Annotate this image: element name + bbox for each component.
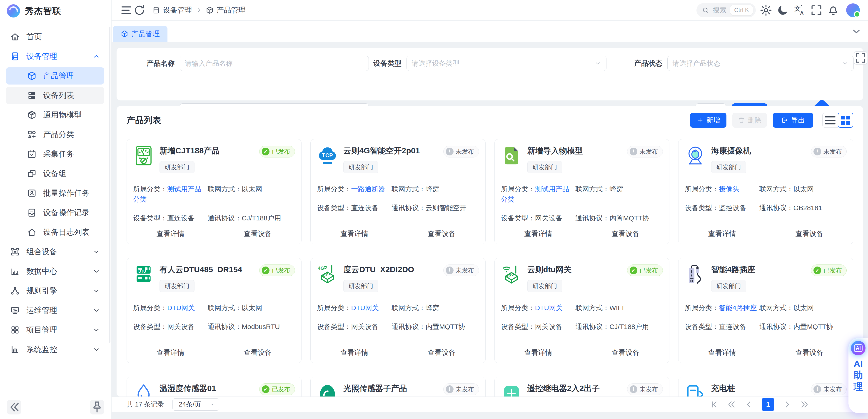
view-devices-link[interactable]: 查看设备 — [582, 342, 669, 363]
menu-toggle-button[interactable] — [120, 4, 133, 17]
sidebar-item-home[interactable]: 首页 — [6, 28, 104, 46]
category-link[interactable]: 一路通断器 — [351, 185, 385, 193]
sidebar-scrollbar[interactable] — [108, 27, 111, 343]
notifications-button[interactable] — [827, 4, 840, 17]
view-detail-link[interactable]: 查看详情 — [311, 342, 398, 363]
sidebar-pin-button[interactable] — [90, 400, 104, 415]
product-name-input[interactable] — [185, 60, 364, 67]
category-link[interactable]: DTU网关 — [167, 304, 195, 311]
exclamation-circle-icon: ! — [630, 148, 638, 155]
next-10-pages-button[interactable] — [800, 400, 809, 409]
relay-icon — [501, 383, 522, 397]
device-list-icon — [27, 90, 37, 100]
view-detail-link[interactable]: 查看详情 — [127, 342, 214, 363]
field-device-type: 设备类型：直连设备 — [317, 203, 392, 213]
status-badge: ✓已发布 — [259, 265, 295, 276]
view-devices-link[interactable]: 查看设备 — [214, 223, 301, 244]
fit-view-button[interactable] — [854, 51, 867, 64]
sidebar-item-label: 组合设备 — [26, 246, 57, 257]
topbar-actions: 搜索 Ctrl K 文A — [696, 3, 860, 17]
sidebar-item-label: 项目管理 — [26, 325, 57, 335]
current-page-button[interactable]: 1 — [762, 398, 774, 411]
product-title: 充电桩 — [711, 383, 808, 394]
category-link[interactable]: DTU网关 — [535, 304, 563, 311]
sidebar-item-log-home[interactable]: 设备日志列表 — [6, 223, 104, 241]
breadcrumb-device-manage[interactable]: 设备管理 — [152, 5, 192, 15]
view-devices-link[interactable]: 查看设备 — [398, 342, 485, 363]
sidebar-item-project-grid[interactable]: 项目管理 — [6, 321, 104, 338]
view-detail-link[interactable]: 查看详情 — [495, 223, 582, 244]
sidebar-item-model-cube[interactable]: 通用物模型 — [6, 106, 104, 124]
view-devices-link[interactable]: 查看设备 — [582, 223, 669, 244]
product-card-header: 遥控继电器2入2出子 !未发布 — [501, 383, 663, 397]
sidebar-item-device-manage[interactable]: 设备管理 — [6, 48, 104, 65]
category-link[interactable]: 摄像头 — [719, 185, 739, 193]
sidebar-item-data-chart[interactable]: 数据中心 — [6, 263, 104, 280]
list-view-button[interactable] — [822, 113, 838, 128]
ai-assistant-button[interactable]: AI AI 助 理 — [848, 338, 868, 413]
sidebar-item-rule-nodes[interactable]: 规则引擎 — [6, 282, 104, 299]
field-network: 联网方式：蜂窝 — [392, 184, 479, 194]
page-size-value: 24条/页 — [179, 400, 201, 409]
brand[interactable]: 秀杰智联 — [0, 0, 111, 22]
product-fields: 所属分类：一路通断器 联网方式：蜂窝 设备类型：直连设备 通讯协议：云则智能空开 — [317, 184, 479, 213]
device-group-icon — [27, 169, 37, 179]
product-card-footer: 查看详情 查看设备 — [311, 223, 485, 244]
breadcrumb-product-manage[interactable]: 产品管理 — [206, 5, 246, 15]
product-card-header: 智能4路插座 ✓已发布 研发部门 — [685, 264, 847, 292]
tab-options-button[interactable] — [851, 26, 862, 37]
sidebar-item-device-group[interactable]: 设备组 — [6, 165, 104, 182]
category-link[interactable]: DTU网关 — [351, 304, 379, 311]
device-type-select[interactable]: 请选择设备类型 — [406, 56, 607, 71]
view-devices-link[interactable]: 查看设备 — [766, 223, 853, 244]
product-title: 有人云DTU485_DR154 — [159, 264, 256, 275]
product-card-header: 新增CJT188产品 ✓已发布 研发部门 — [133, 145, 295, 173]
view-detail-link[interactable]: 查看详情 — [495, 342, 582, 363]
rule-nodes-icon — [10, 286, 20, 296]
prev-10-pages-button[interactable] — [727, 400, 736, 409]
refresh-button[interactable] — [133, 4, 146, 17]
view-devices-link[interactable]: 查看设备 — [766, 342, 853, 363]
product-grid: 新增CJT188产品 ✓已发布 研发部门 所属分类：测试用产品分类 联网方式：以… — [127, 139, 853, 397]
view-devices-link[interactable]: 查看设备 — [398, 223, 485, 244]
product-status-select[interactable]: 请选择产品状态 — [668, 56, 854, 71]
sidebar-item-composite[interactable]: 组合设备 — [6, 243, 104, 260]
delete-product-button[interactable]: 删除 — [732, 113, 767, 128]
product-list-header: 产品列表 新增 删除 导出 — [127, 113, 853, 128]
sidebar-item-task-calendar[interactable]: 采集任务 — [6, 145, 104, 163]
language-button[interactable]: 文A — [793, 4, 806, 17]
global-search[interactable]: 搜索 Ctrl K — [696, 3, 756, 17]
next-page-button[interactable] — [782, 400, 792, 409]
sidebar-item-cube[interactable]: 产品管理 — [6, 67, 104, 85]
fullscreen-button[interactable] — [810, 4, 823, 17]
sidebar-item-batch-task[interactable]: 批量操作任务 — [6, 184, 104, 202]
sidebar-item-ops-monitor[interactable]: 运维管理 — [6, 302, 104, 319]
sidebar-item-device-list[interactable]: 设备列表 — [6, 87, 104, 104]
check-circle-icon: ✓ — [262, 148, 270, 155]
grid-view-button[interactable] — [838, 113, 853, 128]
export-button[interactable]: 导出 — [773, 113, 813, 128]
view-detail-link[interactable]: 查看详情 — [311, 223, 398, 244]
exclamation-circle-icon: ! — [813, 385, 821, 393]
sidebar-collapse-button[interactable] — [7, 400, 21, 415]
first-page-button[interactable] — [710, 400, 719, 409]
page-size-select[interactable]: 24条/页 — [173, 398, 219, 411]
sidebar-item-monitor-chart[interactable]: 系统监控 — [6, 341, 104, 358]
status-badge: !未发布 — [811, 146, 847, 157]
view-detail-link[interactable]: 查看详情 — [127, 223, 214, 244]
add-product-button[interactable]: 新增 — [690, 113, 726, 128]
settings-button[interactable] — [760, 4, 773, 17]
view-devices-link[interactable]: 查看设备 — [214, 342, 301, 363]
prev-page-button[interactable] — [744, 400, 753, 409]
tab-product-manage[interactable]: 产品管理 — [113, 26, 167, 42]
field-category: 所属分类：摄像头 — [685, 184, 760, 194]
view-detail-link[interactable]: 查看详情 — [679, 223, 766, 244]
view-detail-link[interactable]: 查看详情 — [679, 342, 766, 363]
user-avatar[interactable] — [846, 3, 860, 17]
sidebar-item-record[interactable]: 设备操作记录 — [6, 204, 104, 221]
sidebar-item-category[interactable]: 产品分类 — [6, 126, 104, 143]
category-link[interactable]: 智能4路插座 — [719, 304, 757, 311]
breadcrumb-label: 产品管理 — [217, 5, 246, 15]
exclamation-circle-icon: ! — [446, 385, 454, 393]
dark-mode-button[interactable] — [776, 4, 789, 17]
